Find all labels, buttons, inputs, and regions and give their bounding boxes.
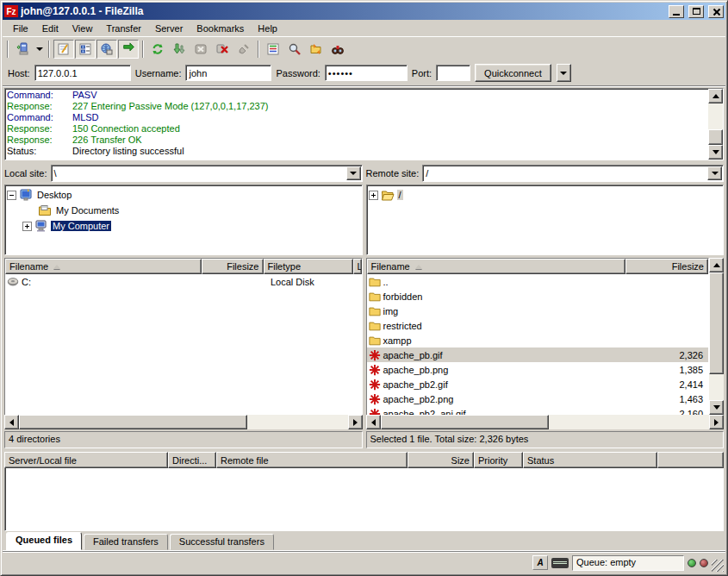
column-header-filesize[interactable]: Filesize: [202, 259, 264, 274]
tree-item-my-documents[interactable]: My Documents: [7, 203, 360, 218]
refresh-button[interactable]: [147, 40, 168, 59]
queue-column-priority[interactable]: Priority: [474, 452, 523, 468]
cancel-operation-button[interactable]: [190, 40, 211, 59]
remote-file-row[interactable]: forbidden: [367, 289, 709, 304]
remote-horizontal-scrollbar[interactable]: [366, 415, 725, 429]
queue-column-server-local-file[interactable]: Server/Local file: [4, 452, 168, 468]
maximize-button[interactable]: [688, 5, 704, 18]
toggle-local-tree-button[interactable]: [75, 40, 96, 59]
column-header-filename[interactable]: Filename: [367, 259, 626, 274]
remote-file-row[interactable]: xampp: [367, 333, 709, 347]
username-input[interactable]: [185, 65, 271, 81]
collapse-icon[interactable]: [7, 191, 16, 200]
expand-icon[interactable]: [22, 222, 32, 231]
close-button[interactable]: [708, 5, 724, 18]
local-list-body[interactable]: C: Local Disk: [5, 274, 362, 415]
scroll-up-button[interactable]: [708, 89, 723, 103]
queue-column-status[interactable]: Status: [523, 452, 657, 468]
speed-limit-indicator-icon[interactable]: [551, 558, 569, 568]
transfer-type-ascii-icon[interactable]: [532, 555, 548, 570]
remote-file-row[interactable]: apache_pb.png 1,385: [367, 362, 709, 377]
remote-file-row[interactable]: img: [367, 304, 709, 318]
remote-file-row[interactable]: ..: [367, 274, 709, 289]
directory-comparison-button[interactable]: [306, 40, 327, 59]
password-input[interactable]: [325, 65, 408, 81]
minimize-icon: [673, 14, 680, 16]
remote-site-combo[interactable]: /: [422, 165, 724, 182]
local-site-combo[interactable]: \: [51, 165, 363, 182]
combo-dropdown-button[interactable]: [346, 166, 361, 180]
menu-transfer[interactable]: Transfer: [99, 22, 148, 35]
remote-vertical-scrollbar[interactable]: [709, 258, 724, 415]
tab-failed-transfers[interactable]: Failed transfers: [84, 534, 168, 550]
remote-directory-tree[interactable]: /: [366, 185, 725, 255]
scroll-left-button[interactable]: [4, 415, 19, 429]
scroll-right-button[interactable]: [348, 415, 363, 429]
directory-comparison-icon: [309, 42, 323, 56]
tree-item-my-computer[interactable]: My Computer: [7, 218, 360, 234]
toggle-transfer-queue-button[interactable]: [118, 40, 139, 59]
tree-item-root[interactable]: /: [369, 187, 722, 203]
scroll-up-button[interactable]: [709, 258, 724, 272]
scrollbar-thumb[interactable]: [708, 129, 723, 145]
title-bar[interactable]: Fz john@127.0.0.1 - FileZilla: [3, 3, 725, 20]
local-file-row[interactable]: C: Local Disk: [5, 274, 362, 289]
scroll-left-button[interactable]: [366, 415, 381, 429]
message-log[interactable]: Command:PASV Response:227 Entering Passi…: [4, 88, 724, 160]
combo-dropdown-button[interactable]: [707, 166, 722, 180]
scrollbar-thumb[interactable]: [709, 272, 724, 374]
log-vertical-scrollbar[interactable]: [708, 89, 723, 160]
directory-listing-button[interactable]: [263, 40, 283, 59]
reconnect-button[interactable]: [233, 40, 254, 59]
message-log-lines: Command:PASV Response:227 Entering Passi…: [5, 89, 708, 160]
remote-list-body[interactable]: .. forbidden img restricted: [367, 274, 709, 415]
menu-edit[interactable]: Edit: [35, 22, 65, 35]
remote-file-row[interactable]: apache_pb2.png 1,463: [367, 391, 709, 406]
filezilla-window: Fz john@127.0.0.1 - FileZilla File Edit …: [0, 0, 728, 576]
scrollbar-thumb[interactable]: [19, 415, 247, 429]
minimize-button[interactable]: [669, 5, 684, 18]
port-input[interactable]: [436, 65, 470, 81]
image-file-icon: [369, 408, 381, 416]
menu-help[interactable]: Help: [251, 22, 284, 35]
menu-server[interactable]: Server: [148, 22, 190, 35]
quickconnect-button[interactable]: Quickconnect: [475, 64, 551, 82]
resize-grip[interactable]: [712, 560, 724, 572]
queue-list[interactable]: [4, 468, 724, 531]
scroll-right-button[interactable]: [709, 415, 724, 429]
find-files-button[interactable]: [284, 40, 305, 59]
quickconnect-dropdown[interactable]: [557, 64, 571, 82]
queue-column-direction[interactable]: Directi...: [168, 452, 216, 468]
cancel-operation-icon: [194, 42, 208, 56]
menu-file[interactable]: File: [6, 22, 35, 35]
site-manager-button[interactable]: [12, 40, 33, 59]
remote-file-row[interactable]: restricted: [367, 318, 709, 333]
local-directory-tree[interactable]: Desktop My Documents: [4, 185, 363, 255]
toggle-message-log-button[interactable]: [53, 40, 74, 59]
scroll-down-button[interactable]: [708, 145, 723, 160]
column-header-last-modified[interactable]: L: [353, 259, 362, 274]
toggle-remote-tree-button[interactable]: [96, 40, 117, 59]
expand-icon[interactable]: [369, 191, 378, 200]
column-header-filetype[interactable]: Filetype: [264, 259, 353, 274]
remote-file-row-selected[interactable]: apache_pb.gif 2,326: [367, 347, 709, 362]
scroll-down-button[interactable]: [709, 400, 724, 415]
menu-view[interactable]: View: [65, 22, 100, 35]
column-header-filename[interactable]: Filename: [5, 259, 202, 274]
site-manager-dropdown[interactable]: [34, 40, 45, 59]
local-horizontal-scrollbar[interactable]: [4, 415, 363, 429]
scrollbar-thumb[interactable]: [381, 415, 549, 429]
queue-column-size[interactable]: Size: [408, 452, 474, 468]
process-queue-button[interactable]: [169, 40, 190, 59]
column-header-filesize[interactable]: Filesize: [625, 259, 708, 274]
tab-successful-transfers[interactable]: Successful transfers: [170, 534, 274, 550]
tab-queued-files[interactable]: Queued files: [6, 532, 82, 550]
disconnect-button[interactable]: [212, 40, 233, 59]
host-input[interactable]: [34, 65, 131, 81]
remote-file-row[interactable]: apache_pb2.gif 2,414: [367, 377, 709, 391]
synchronized-browsing-button[interactable]: [327, 40, 348, 59]
tree-item-desktop[interactable]: Desktop: [7, 187, 360, 203]
menu-bookmarks[interactable]: Bookmarks: [190, 22, 251, 35]
queue-column-remote-file[interactable]: Remote file: [216, 452, 408, 468]
remote-file-row[interactable]: apache_pb2_ani.gif 2,160: [367, 406, 709, 415]
